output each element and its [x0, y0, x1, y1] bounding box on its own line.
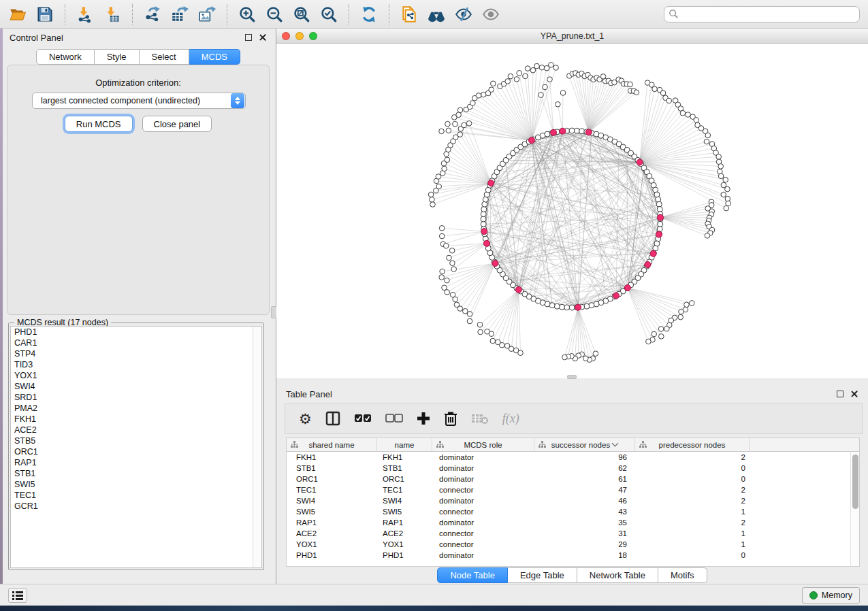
- graph-leaf-node[interactable]: [430, 197, 435, 203]
- table-cell[interactable]: 0: [635, 464, 750, 472]
- table-cell[interactable]: 0: [635, 475, 750, 483]
- graph-leaf-node[interactable]: [562, 354, 568, 360]
- search-input[interactable]: [681, 7, 859, 21]
- table-cell[interactable]: STB1: [287, 464, 377, 472]
- graph-leaf-node[interactable]: [705, 233, 710, 239]
- mcds-result-item[interactable]: TEC1: [11, 490, 261, 501]
- float-panel-icon[interactable]: [245, 34, 252, 41]
- optimization-criterion-select[interactable]: largest connected component (undirected): [32, 93, 246, 109]
- graph-ring-node[interactable]: [569, 128, 575, 133]
- table-row[interactable]: PHD1PHD1dominator180: [287, 550, 859, 561]
- mcds-result-item[interactable]: PMA2: [11, 403, 261, 414]
- table-cell[interactable]: PHD1: [377, 551, 432, 559]
- graph-leaf-node[interactable]: [514, 77, 519, 82]
- table-scrollbar-thumb[interactable]: [852, 455, 858, 509]
- graph-leaf-node[interactable]: [457, 108, 463, 113]
- mcds-result-item[interactable]: ORC1: [11, 446, 261, 457]
- graph-leaf-node[interactable]: [436, 174, 441, 180]
- graph-leaf-node[interactable]: [721, 182, 726, 188]
- mcds-result-item[interactable]: STB5: [11, 435, 261, 446]
- graph-mcds-hub-node[interactable]: [515, 286, 521, 293]
- graph-leaf-node[interactable]: [530, 67, 536, 73]
- graph-leaf-node[interactable]: [539, 93, 544, 98]
- graph-leaf-node[interactable]: [466, 121, 472, 127]
- table-cell[interactable]: 46: [534, 497, 635, 505]
- graph-leaf-node[interactable]: [634, 90, 639, 95]
- mcds-result-item[interactable]: STB1: [11, 468, 261, 479]
- graph-ring-node[interactable]: [658, 221, 663, 227]
- table-cell[interactable]: SWI5: [287, 508, 377, 516]
- table-cell[interactable]: connector: [432, 540, 534, 548]
- graph-leaf-node[interactable]: [428, 192, 434, 197]
- graph-leaf-node[interactable]: [439, 233, 445, 239]
- graph-leaf-node[interactable]: [505, 79, 511, 84]
- table-tab-motifs[interactable]: Motifs: [658, 567, 707, 583]
- table-cell[interactable]: dominator: [432, 497, 534, 505]
- table-cell[interactable]: 2: [635, 453, 750, 461]
- graph-ring-node[interactable]: [481, 212, 486, 217]
- function-builder-icon[interactable]: f(x): [502, 412, 519, 426]
- close-panel-icon[interactable]: [259, 33, 267, 42]
- table-cell[interactable]: 47: [534, 486, 635, 494]
- table-row[interactable]: STB1STB1dominator620: [287, 463, 859, 474]
- mcds-result-item[interactable]: TID3: [11, 359, 261, 370]
- graph-leaf-node[interactable]: [694, 118, 699, 123]
- table-cell[interactable]: 1: [635, 529, 750, 538]
- graph-leaf-node[interactable]: [547, 77, 553, 82]
- tab-select[interactable]: Select: [140, 49, 189, 65]
- graph-mcds-hub-node[interactable]: [650, 250, 656, 257]
- graph-leaf-node[interactable]: [439, 275, 445, 280]
- table-cell[interactable]: ORC1: [377, 475, 432, 483]
- graph-leaf-node[interactable]: [652, 331, 657, 337]
- table-cell[interactable]: ACE2: [287, 529, 377, 538]
- table-cell[interactable]: dominator: [432, 518, 534, 527]
- graph-leaf-node[interactable]: [453, 121, 458, 127]
- graph-leaf-node[interactable]: [476, 93, 481, 99]
- graph-mcds-hub-node[interactable]: [529, 137, 535, 144]
- table-cell[interactable]: TEC1: [287, 486, 377, 494]
- graph-leaf-node[interactable]: [689, 301, 694, 306]
- run-mcds-button[interactable]: Run MCDS: [65, 116, 133, 132]
- memory-button[interactable]: Memory: [802, 587, 860, 604]
- import-table-icon[interactable]: [100, 3, 125, 26]
- table-cell[interactable]: dominator: [432, 464, 534, 472]
- delete-column-icon[interactable]: [444, 411, 457, 426]
- graph-leaf-node[interactable]: [436, 184, 442, 189]
- graph-leaf-node[interactable]: [443, 244, 449, 249]
- graph-leaf-node[interactable]: [534, 63, 540, 69]
- graph-leaf-node[interactable]: [660, 90, 666, 96]
- table-cell[interactable]: YOX1: [377, 540, 432, 548]
- mcds-list-scrollbar[interactable]: [253, 327, 261, 567]
- graph-leaf-node[interactable]: [723, 177, 728, 182]
- table-cell[interactable]: PHD1: [287, 551, 377, 559]
- mcds-result-item[interactable]: SWI4: [11, 381, 261, 392]
- table-scrollbar[interactable]: [850, 452, 859, 566]
- graph-leaf-node[interactable]: [439, 226, 445, 231]
- graph-ring-node[interactable]: [481, 221, 486, 227]
- graph-leaf-node[interactable]: [450, 292, 455, 297]
- graph-ring-node[interactable]: [656, 201, 662, 207]
- mcds-result-item[interactable]: SWI5: [11, 479, 261, 490]
- save-session-icon[interactable]: [33, 3, 57, 26]
- graph-mcds-hub-node[interactable]: [551, 129, 557, 135]
- table-cell[interactable]: 96: [534, 453, 635, 461]
- graph-leaf-node[interactable]: [680, 110, 686, 116]
- network-window-titlebar[interactable]: YPA_prune.txt_1: [276, 29, 868, 44]
- table-row[interactable]: ACE2ACE2connector311: [287, 528, 859, 539]
- graph-leaf-node[interactable]: [454, 302, 460, 308]
- table-cell[interactable]: SWI5: [377, 508, 432, 516]
- select-all-rows-icon[interactable]: [354, 414, 372, 423]
- graph-leaf-node[interactable]: [445, 157, 450, 163]
- deselect-all-rows-icon[interactable]: [385, 414, 403, 423]
- table-cell[interactable]: 43: [534, 508, 635, 516]
- zoom-fit-icon[interactable]: [289, 3, 314, 26]
- graph-leaf-node[interactable]: [543, 84, 548, 90]
- graph-leaf-node[interactable]: [724, 205, 729, 211]
- table-cell[interactable]: 2: [635, 518, 750, 527]
- graph-leaf-node[interactable]: [583, 356, 589, 361]
- table-settings-icon[interactable]: ⚙: [299, 412, 312, 426]
- graph-mcds-hub-node[interactable]: [624, 285, 630, 291]
- graph-leaf-node[interactable]: [718, 164, 724, 169]
- graph-ring-node[interactable]: [657, 206, 662, 212]
- table-cell[interactable]: FKH1: [377, 453, 432, 461]
